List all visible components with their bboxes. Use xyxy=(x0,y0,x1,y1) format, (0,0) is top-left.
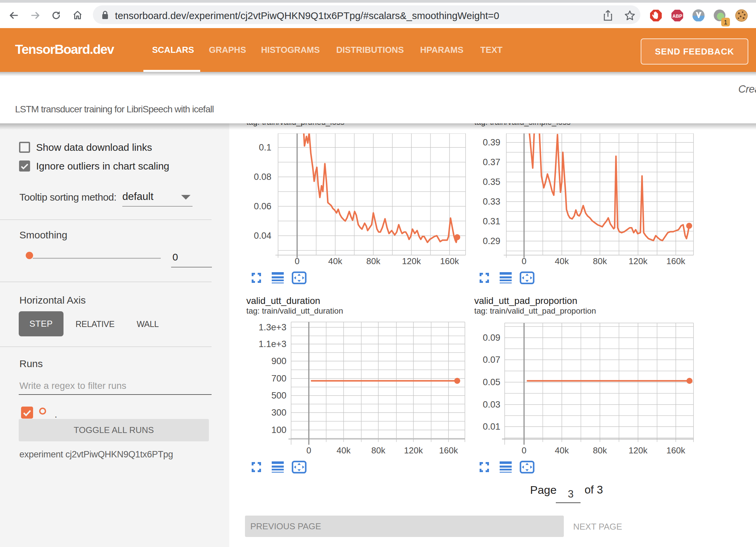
svg-text:1: 1 xyxy=(724,19,728,26)
svg-text:0.01: 0.01 xyxy=(483,422,500,432)
svg-text:160k: 160k xyxy=(666,256,685,266)
svg-text:0.03: 0.03 xyxy=(483,400,500,410)
svg-text:0.07: 0.07 xyxy=(483,355,500,365)
svg-text:0.04: 0.04 xyxy=(254,231,271,241)
svg-text:1.1e+3: 1.1e+3 xyxy=(259,339,286,349)
svg-text:0: 0 xyxy=(306,445,311,455)
svg-text:0.05: 0.05 xyxy=(483,377,500,387)
svg-text:0.33: 0.33 xyxy=(483,197,500,207)
svg-text:ABP: ABP xyxy=(672,13,682,19)
svg-text:0.06: 0.06 xyxy=(254,201,271,211)
svg-text:300: 300 xyxy=(271,408,286,418)
svg-text:40k: 40k xyxy=(555,256,569,266)
svg-text:40k: 40k xyxy=(555,445,569,455)
svg-text:0.08: 0.08 xyxy=(254,172,271,182)
svg-text:0: 0 xyxy=(522,445,526,455)
svg-text:0.1: 0.1 xyxy=(259,142,271,152)
svg-text:0: 0 xyxy=(295,256,299,266)
svg-text:80k: 80k xyxy=(371,445,386,455)
svg-text:80k: 80k xyxy=(366,256,381,266)
svg-text:80k: 80k xyxy=(593,445,607,455)
svg-text:120k: 120k xyxy=(629,256,648,266)
svg-text:160k: 160k xyxy=(440,256,459,266)
svg-text:80k: 80k xyxy=(593,256,607,266)
svg-text:0.39: 0.39 xyxy=(483,137,500,147)
svg-text:160k: 160k xyxy=(439,445,458,455)
svg-text:40k: 40k xyxy=(328,256,343,266)
svg-text:120k: 120k xyxy=(402,256,421,266)
svg-text:1.3e+3: 1.3e+3 xyxy=(259,322,286,332)
svg-text:120k: 120k xyxy=(629,445,648,455)
svg-text:0.35: 0.35 xyxy=(483,177,500,187)
svg-text:100: 100 xyxy=(271,425,286,435)
svg-text:0.37: 0.37 xyxy=(483,157,500,167)
svg-text:0: 0 xyxy=(522,256,526,266)
svg-text:700: 700 xyxy=(271,373,286,384)
svg-text:160k: 160k xyxy=(666,445,685,455)
svg-text:40k: 40k xyxy=(337,445,351,455)
svg-text:500: 500 xyxy=(271,391,286,401)
svg-text:0.31: 0.31 xyxy=(483,216,500,226)
svg-text:0.09: 0.09 xyxy=(483,333,500,343)
svg-text:0.29: 0.29 xyxy=(483,236,500,246)
svg-text:900: 900 xyxy=(271,356,286,366)
svg-text:120k: 120k xyxy=(404,445,423,455)
